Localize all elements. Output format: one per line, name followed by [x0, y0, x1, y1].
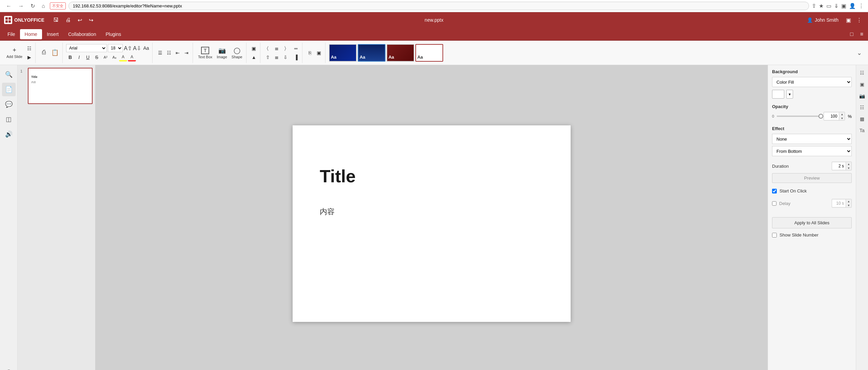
opacity-down-button[interactable]: ▼	[839, 116, 845, 120]
font-family-select[interactable]: Arial	[66, 44, 107, 52]
font-color-button[interactable]: A	[128, 53, 136, 61]
underline-button[interactable]: U	[84, 53, 92, 61]
template-2[interactable]: Aa	[358, 44, 386, 62]
menu-plugins[interactable]: Plugins	[101, 29, 126, 39]
highlight-button[interactable]: A	[119, 53, 127, 61]
menu-home[interactable]: Home	[20, 29, 42, 39]
expand-button[interactable]: □	[848, 30, 855, 38]
align-middle-button[interactable]: ≣	[273, 53, 281, 61]
italic-button[interactable]: I	[75, 53, 83, 61]
duration-input[interactable]	[832, 163, 846, 169]
menu-dots-button[interactable]: ⋮	[859, 3, 864, 9]
url-input[interactable]	[68, 2, 809, 10]
shape-button[interactable]: ◯ Shape	[230, 44, 244, 61]
more-options-button[interactable]: ⋮	[854, 16, 864, 24]
slide-layout-button[interactable]: ☷	[25, 44, 33, 53]
reload-button[interactable]: ↻	[28, 2, 37, 10]
copy-style-button[interactable]: ⎘	[306, 49, 314, 57]
bullet-list-button[interactable]: ☰	[156, 49, 164, 57]
strikethrough-button[interactable]: S	[93, 53, 101, 61]
font-increase-button[interactable]: A⇧	[124, 44, 132, 52]
sidebar-info[interactable]: ⓘ	[2, 366, 16, 370]
menu-collaboration[interactable]: Collaboration	[63, 29, 101, 39]
opacity-up-button[interactable]: ▲	[839, 112, 845, 116]
bold-button[interactable]: B	[66, 53, 74, 61]
back-button[interactable]: ←	[4, 2, 14, 10]
profile-button[interactable]: 👤	[849, 3, 856, 9]
slide-canvas[interactable]: Title 内容	[293, 125, 571, 322]
paste-button[interactable]: 📋	[50, 44, 60, 61]
download-button[interactable]: ⇓	[834, 3, 839, 9]
duration-up-button[interactable]: ▲	[846, 162, 851, 166]
preview-button[interactable]: Preview	[772, 173, 852, 183]
menu-insert[interactable]: Insert	[42, 29, 63, 39]
slide-thumb-1[interactable]: Title 内容	[28, 68, 93, 104]
show-slide-number-checkbox[interactable]	[772, 233, 777, 238]
delay-checkbox[interactable]	[772, 201, 776, 206]
align-left-button[interactable]: 〈	[264, 44, 272, 53]
image-button[interactable]: 📷 Image	[215, 44, 229, 61]
decrease-indent-button[interactable]: ⇤	[174, 49, 182, 57]
add-slide-button[interactable]: + Add Slide	[5, 44, 24, 61]
apply-all-slides-button[interactable]: Apply to All Slides	[772, 217, 852, 228]
strip-text-icon[interactable]: Ta	[857, 125, 867, 136]
opacity-thumb[interactable]	[818, 114, 823, 119]
template-3[interactable]: Aa	[387, 44, 414, 62]
increase-indent-button[interactable]: ⇥	[182, 49, 191, 57]
delay-down-button[interactable]: ▼	[846, 203, 851, 207]
text-box-button[interactable]: T Text Box	[196, 44, 214, 61]
opacity-slider[interactable]	[777, 116, 821, 117]
sidebar-plugins[interactable]: ◫	[2, 112, 16, 126]
arrange-button[interactable]: ▣	[250, 44, 258, 53]
font-size-select[interactable]: 18	[108, 44, 123, 52]
sidebar-audio[interactable]: 🔊	[2, 127, 16, 141]
save-button[interactable]: 🖫	[51, 16, 61, 24]
effect-select[interactable]: None Fade Fly In Wipe Split	[772, 134, 852, 144]
effect-direction-select[interactable]: From Bottom From Top From Left From Righ…	[772, 146, 852, 156]
template-4[interactable]: Aa	[415, 44, 443, 62]
extension-button[interactable]: ▭	[826, 3, 831, 9]
home-button[interactable]: ⌂	[40, 2, 47, 10]
sidebar-search[interactable]: 🔍	[2, 68, 16, 81]
strip-chart-icon[interactable]: ▩	[857, 114, 867, 124]
close-panel-button[interactable]: ≡	[858, 30, 865, 38]
redo-button[interactable]: ↪	[87, 16, 95, 25]
menu-file[interactable]: File	[3, 29, 20, 39]
forward-button[interactable]: →	[16, 2, 26, 10]
strip-image-icon[interactable]: 📷	[857, 91, 867, 101]
subscript-button[interactable]: A₂	[110, 53, 118, 61]
align-top-button[interactable]: ⇧	[264, 53, 272, 61]
numbered-list-button[interactable]: ☷	[165, 49, 173, 57]
font-decrease-button[interactable]: A⇩	[133, 44, 141, 52]
canvas-area[interactable]: Title 内容	[96, 65, 768, 370]
strip-slides-icon[interactable]: ☷	[857, 68, 867, 78]
line-spacing-button[interactable]: ═	[292, 44, 300, 53]
strip-table-icon[interactable]: ☷	[857, 102, 867, 112]
template-1[interactable]: Aa	[329, 44, 357, 62]
templates-expand-button[interactable]: ⌄	[855, 48, 863, 58]
share-button[interactable]: ⇪	[812, 3, 816, 9]
superscript-button[interactable]: A²	[101, 53, 110, 61]
color-dropdown-arrow[interactable]: ▼	[786, 90, 793, 99]
slide-canvas-title[interactable]: Title	[320, 166, 356, 186]
strip-shape-icon[interactable]: ▣	[857, 79, 867, 89]
restore-button[interactable]: ▣	[844, 16, 853, 24]
sidebar-slides[interactable]: 📄	[2, 83, 16, 96]
align-right-button[interactable]: 〉	[281, 44, 290, 53]
slide-view-button[interactable]: ▶	[25, 53, 33, 61]
slide-size-button[interactable]: ▣	[315, 49, 323, 57]
undo-button[interactable]: ↩	[76, 16, 84, 25]
slide-canvas-content[interactable]: 内容	[320, 207, 335, 217]
print-button[interactable]: 🖨	[63, 16, 73, 24]
bookmark-button[interactable]: ★	[819, 3, 824, 9]
font-case-button[interactable]: Aa	[142, 44, 150, 52]
opacity-input[interactable]	[824, 113, 839, 120]
background-fill-select[interactable]: Color Fill Gradient Fill Picture Fill No…	[772, 77, 852, 87]
column-button[interactable]: ▐	[292, 53, 300, 61]
align-center-h-button[interactable]: ≣	[273, 44, 281, 53]
duration-down-button[interactable]: ▼	[846, 166, 851, 170]
copy-button[interactable]: ⎙	[39, 44, 48, 61]
align-bottom-button[interactable]: ⇩	[281, 53, 290, 61]
delay-up-button[interactable]: ▲	[846, 199, 851, 203]
color-swatch[interactable]	[772, 90, 784, 99]
